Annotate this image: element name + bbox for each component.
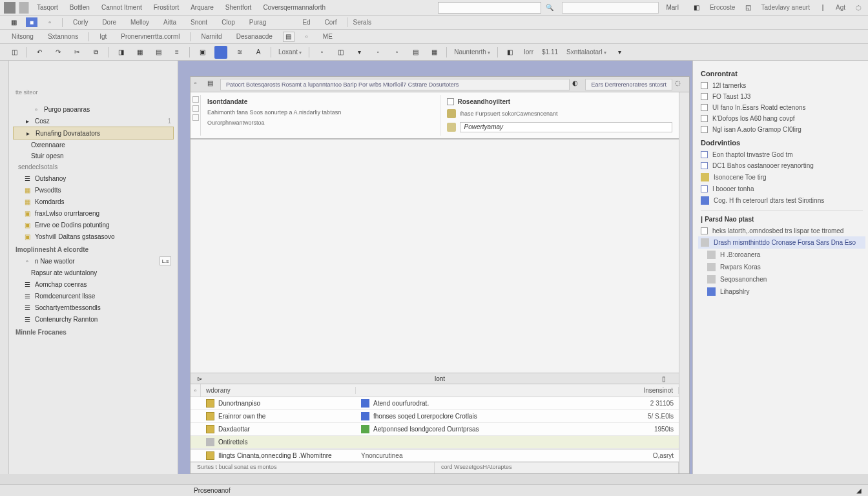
tool-icon[interactable]: ◱ xyxy=(742,2,754,14)
panel-item[interactable]: DC1 Bahos oastanooer reyanorting xyxy=(701,160,863,171)
doc-tab-main[interactable]: Patocrt Botesqarosts Rosamt a lupanntant… xyxy=(220,79,570,90)
table-row[interactable]: Dunortnanpiso Atend oourfurodrat. 2 3110… xyxy=(191,397,679,410)
tool-icon[interactable]: ▫ xyxy=(301,32,313,42)
column-header[interactable]: Insensinot xyxy=(621,387,679,394)
undo-icon[interactable]: ↶ xyxy=(33,46,46,59)
sidebar-item[interactable]: ▫n Nae waotlorL.s xyxy=(9,254,178,267)
toolbar-button[interactable]: Melloy xyxy=(127,17,153,27)
canvas[interactable] xyxy=(191,140,679,373)
panel-item[interactable]: K'Dofops los A60 hang covpf xyxy=(701,113,863,124)
chevron-down-icon[interactable]: ▾ xyxy=(614,46,626,59)
tool-icon[interactable]: ◧ xyxy=(504,46,517,59)
row-marker[interactable] xyxy=(192,96,199,103)
panel-subitem[interactable]: Lihapshlry xyxy=(707,285,863,298)
menu-item[interactable]: Arquare xyxy=(186,2,218,13)
tab-button[interactable]: Nitsong xyxy=(8,32,37,41)
attachment-icon[interactable] xyxy=(447,109,456,118)
checkbox[interactable] xyxy=(701,104,708,111)
panel-subitem[interactable]: Rwpars Koras xyxy=(707,261,863,273)
sidebar-item-selected[interactable]: ▸ Runafing Dovrataators xyxy=(13,127,174,140)
tab-button[interactable]: Narnitd xyxy=(197,32,225,41)
tab-button[interactable]: ME xyxy=(319,32,336,41)
checkbox[interactable] xyxy=(701,93,708,100)
menu-item[interactable]: Tasqort xyxy=(32,2,63,13)
sidebar-item[interactable]: ☰Aomchap coenras xyxy=(9,278,178,290)
dropdown[interactable]: Nauntenrth xyxy=(453,48,491,56)
tool-icon[interactable]: ▣ xyxy=(196,46,209,59)
secondary-search[interactable] xyxy=(562,2,659,14)
tool-icon[interactable]: ◦ xyxy=(371,46,384,59)
mail-label[interactable]: Marl xyxy=(661,2,683,13)
checkbox[interactable] xyxy=(701,82,708,89)
toolbar-button[interactable]: Serals xyxy=(347,17,375,27)
checkbox[interactable] xyxy=(701,126,708,133)
toolbar-button[interactable]: Snont xyxy=(187,17,211,27)
checkbox[interactable] xyxy=(701,115,708,122)
checkbox[interactable] xyxy=(701,185,708,192)
copy-icon[interactable]: ⧉ xyxy=(89,46,102,59)
tool-icon[interactable]: ▫ xyxy=(44,17,56,28)
text-input[interactable]: Powertyamay xyxy=(460,122,673,132)
search-icon[interactable]: 🔍 xyxy=(544,2,555,14)
tab-button[interactable]: Sxtannons xyxy=(44,32,82,41)
row-marker[interactable] xyxy=(192,114,199,121)
menu-right[interactable]: Agt xyxy=(831,2,850,13)
toolbar-button[interactable]: Ed xyxy=(298,17,314,27)
tool-icon[interactable]: ▤ xyxy=(409,46,422,59)
doc-icon[interactable]: ▫ xyxy=(194,79,205,90)
sidebar-item[interactable]: Rapsur ate wduntalony xyxy=(9,267,178,278)
menu-item[interactable]: Coversqermannaforth xyxy=(258,2,330,13)
menu-right[interactable]: Erocoste xyxy=(705,2,739,13)
toolbar-button[interactable]: Aitta xyxy=(160,17,180,27)
table-row[interactable]: Daxdaottar Aetponnsed Isondgcored Ourntp… xyxy=(191,423,679,436)
save-icon[interactable]: ◫ xyxy=(8,46,21,59)
checkbox[interactable] xyxy=(447,98,454,105)
attachment-icon[interactable] xyxy=(447,123,456,132)
sidebar-item[interactable]: Oxrennaare xyxy=(9,140,178,150)
tool-icon[interactable]: ▤ xyxy=(152,46,165,59)
tool-icon[interactable]: ≡ xyxy=(170,46,183,59)
toolbar-button[interactable]: Dore xyxy=(98,17,120,27)
sidebar-root[interactable]: ▸ Cosz 1 xyxy=(9,115,178,127)
doc-icon[interactable]: ▤ xyxy=(207,79,218,90)
checkbox[interactable] xyxy=(701,227,708,234)
tab-button[interactable]: Igt xyxy=(96,32,110,41)
panel-item[interactable]: Cog. H fh ceterourl dtars test Sinxtinns xyxy=(701,194,863,207)
status-resize-grip[interactable]: ◢ xyxy=(856,487,862,494)
panel-subitem[interactable]: H .B:oroanera xyxy=(707,249,863,261)
redo-icon[interactable]: ↷ xyxy=(52,46,65,59)
grid-icon[interactable]: ▦ xyxy=(8,17,19,28)
toolbar-button[interactable]: Purag xyxy=(245,17,271,27)
info-icon[interactable]: ◐ xyxy=(572,79,583,90)
tab-button[interactable]: Pronervnerrtta.corml xyxy=(117,32,183,41)
sidebar-item[interactable]: ☰Sochartyerntbessondls xyxy=(9,302,178,313)
sidebar-item[interactable]: ▦Pwsodtts xyxy=(9,184,178,196)
sidebar-item[interactable]: ▣fraxLwlso orurrtaroeng xyxy=(9,207,178,219)
column-header[interactable]: wdorany xyxy=(201,387,356,394)
sidebar-item[interactable]: ☰Romdcenurcent llsse xyxy=(9,290,178,302)
table-subrow[interactable]: Ilingts Cinanta,onnecding B .Whomitnre Y… xyxy=(191,449,679,462)
dropdown[interactable]: Sxnttalaotarl xyxy=(565,48,608,56)
tool-icon[interactable]: ▫ xyxy=(390,46,403,59)
table-row[interactable]: Ontirettels xyxy=(191,436,679,449)
sidebar-item[interactable]: Stuir opesn xyxy=(9,150,178,161)
panel-item[interactable]: I boooer tonha xyxy=(701,183,863,194)
menu-item[interactable]: Frostitort xyxy=(149,2,183,13)
panel-item[interactable]: UI fano In.Esars Roatd ectenons xyxy=(701,102,863,113)
panel-item[interactable]: heks latorth,.omndosbed trs lispar toe t… xyxy=(701,225,863,236)
font-icon[interactable]: A xyxy=(252,46,265,59)
search-input[interactable] xyxy=(438,2,541,14)
tool-icon[interactable]: ▤ xyxy=(283,32,294,42)
menu-item[interactable]: Bottlen xyxy=(65,2,94,13)
dropdown[interactable]: Loxant xyxy=(277,48,303,56)
tool-icon[interactable]: ▾ xyxy=(353,46,366,59)
toolbar-button[interactable]: Corf xyxy=(321,17,341,27)
sidebar-box[interactable]: ▫ Purgo paoanras xyxy=(18,103,178,115)
tab-active[interactable]: ■ xyxy=(26,17,37,27)
panel-subitem[interactable]: Seqosanonchen xyxy=(707,273,863,285)
panel-item[interactable]: Eon thaptol tnvastre God tm xyxy=(701,149,863,160)
tool-icon[interactable]: ▦ xyxy=(133,46,146,59)
sidebar-item[interactable]: ▣Errve oe Dodins potunting xyxy=(9,219,178,231)
close-icon[interactable]: ◌ xyxy=(852,2,864,14)
row-marker[interactable] xyxy=(192,105,199,112)
